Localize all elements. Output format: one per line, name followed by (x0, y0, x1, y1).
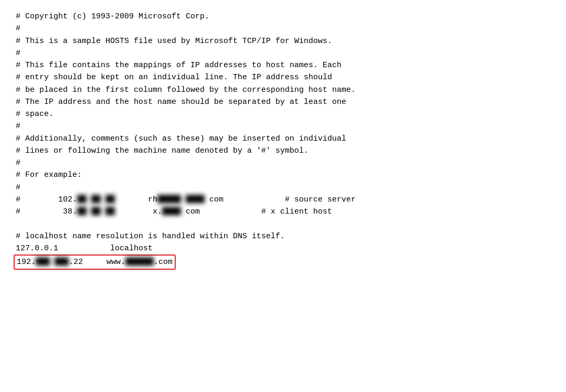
line-space: # space. (16, 108, 550, 120)
line-x-client: # 38.██ ██ ██ x.████ com # x client host (16, 206, 550, 218)
line-for-example: # For example: (16, 169, 550, 181)
line-192-highlighted: 192.███ ███.22 www.██████.com (16, 255, 550, 270)
line-additionally: # Additionally, comments (such as these)… (16, 133, 550, 145)
line-column: # be placed in the first column followed… (16, 84, 550, 96)
hosts-file-content: # Copyright (c) 1993-2009 Microsoft Corp… (0, 0, 566, 280)
line-empty-3: # (16, 120, 550, 132)
line-mappings: # This file contains the mappings of IP … (16, 59, 550, 71)
blurred-ip1: ██ ██ ██ (77, 194, 115, 206)
line-entry: # entry should be kept on an individual … (16, 71, 550, 83)
highlight-box: 192.███ ███.22 www.██████.com (14, 255, 176, 270)
blurred-host1: █████ ████ (157, 194, 205, 206)
line-127-localhost: 127.0.0.1 localhost (16, 242, 550, 255)
blurred-host2: ████ (162, 206, 181, 218)
line-localhost-dns: # localhost name resolution is handled w… (16, 230, 550, 242)
blurred-ip3: ███ ███ (36, 256, 69, 268)
line-separated: # The IP address and the host name shoul… (16, 96, 550, 108)
line-sample-hosts: # This is a sample HOSTS file used by Mi… (16, 35, 550, 47)
line-source-server: # 102.██ ██ ██ rh█████ ████ com # source… (16, 194, 550, 206)
blurred-ip2: ██ ██ ██ (77, 206, 115, 218)
line-copyright: # Copyright (c) 1993-2009 Microsoft Corp… (16, 10, 550, 23)
line-lines-or: # lines or following the machine name de… (16, 145, 550, 157)
blurred-host3: ██████ (125, 256, 154, 268)
line-empty-5: # (16, 182, 550, 194)
line-empty-2: # (16, 47, 550, 59)
line-empty-6 (16, 218, 550, 230)
line-empty-1: # (16, 23, 550, 35)
line-empty-4: # (16, 157, 550, 169)
